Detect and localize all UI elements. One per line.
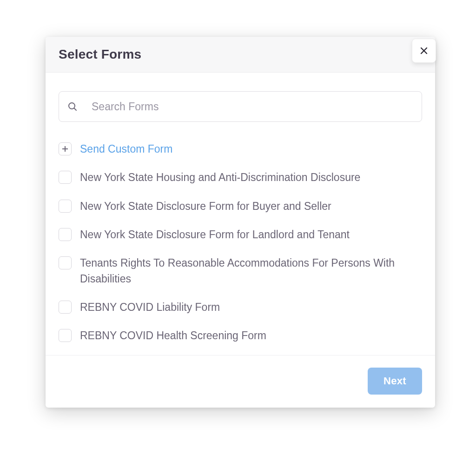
form-row[interactable]: New York State Disclosure Form for Landl… xyxy=(59,227,422,242)
add-custom-form-button[interactable] xyxy=(59,142,72,155)
form-row[interactable]: REBNY COVID Health Screening Form xyxy=(59,328,422,343)
form-checkbox[interactable] xyxy=(59,301,72,314)
modal-title: Select Forms xyxy=(59,47,422,62)
form-label[interactable]: REBNY COVID Health Screening Form xyxy=(80,328,266,343)
select-forms-modal: Select Forms xyxy=(46,37,435,408)
form-row[interactable]: New York State Disclosure Form for Buyer… xyxy=(59,199,422,214)
form-row[interactable]: New York State Housing and Anti-Discrimi… xyxy=(59,170,422,185)
close-icon xyxy=(420,47,428,55)
modal-body: Send Custom Form New York State Housing … xyxy=(46,73,435,355)
form-label[interactable]: New York State Disclosure Form for Buyer… xyxy=(80,199,331,214)
send-custom-form-label[interactable]: Send Custom Form xyxy=(80,141,172,157)
svg-line-3 xyxy=(74,108,77,111)
form-checkbox[interactable] xyxy=(59,256,72,269)
search-icon xyxy=(67,101,78,112)
form-checkbox[interactable] xyxy=(59,171,72,184)
modal-footer: Next xyxy=(46,355,435,408)
modal-header: Select Forms xyxy=(46,37,435,73)
form-checkbox[interactable] xyxy=(59,200,72,213)
send-custom-form-row[interactable]: Send Custom Form xyxy=(59,141,422,157)
form-label[interactable]: REBNY COVID Liability Form xyxy=(80,300,220,315)
form-row[interactable]: Tenants Rights To Reasonable Accommodati… xyxy=(59,255,422,287)
forms-list: Send Custom Form New York State Housing … xyxy=(59,141,422,344)
search-input[interactable] xyxy=(91,100,413,114)
next-button[interactable]: Next xyxy=(368,368,422,395)
form-label[interactable]: New York State Housing and Anti-Discrimi… xyxy=(80,170,360,185)
close-button[interactable] xyxy=(412,39,436,63)
plus-icon xyxy=(61,145,69,153)
form-checkbox[interactable] xyxy=(59,329,72,342)
form-label[interactable]: Tenants Rights To Reasonable Accommodati… xyxy=(80,255,422,287)
search-field-wrapper[interactable] xyxy=(59,91,422,122)
form-checkbox[interactable] xyxy=(59,228,72,241)
form-row[interactable]: REBNY COVID Liability Form xyxy=(59,300,422,315)
form-label[interactable]: New York State Disclosure Form for Landl… xyxy=(80,227,350,242)
